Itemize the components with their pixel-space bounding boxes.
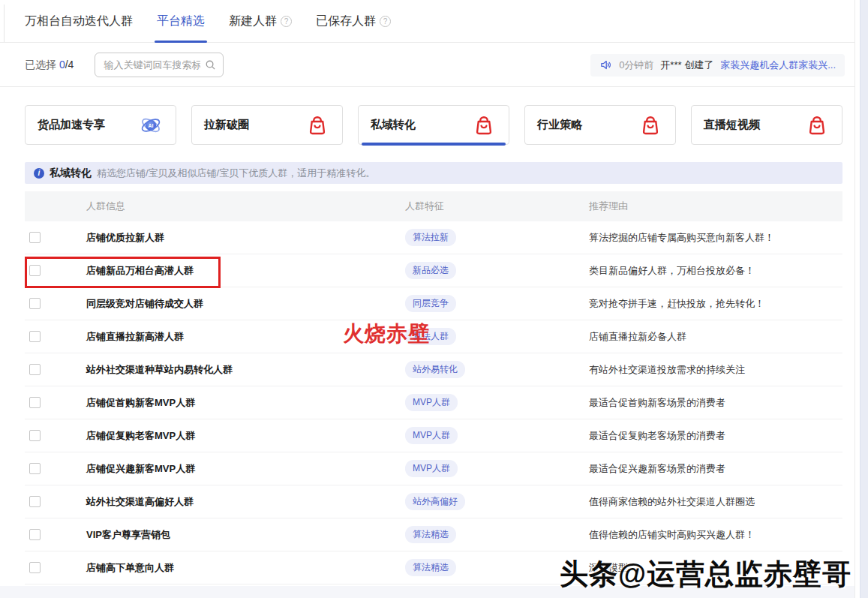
audience-name: 站外社交渠道种草站内易转化人群 [86, 363, 233, 377]
watermark-author-text: 头条@运营总监赤壁哥 [560, 555, 851, 593]
category-label: 货品加速专享 [38, 118, 105, 132]
category-label: 拉新破圈 [204, 118, 249, 132]
help-icon[interactable]: ? [281, 16, 292, 27]
watermark-red-text: 火烧赤壁 [343, 320, 430, 348]
row-checkbox[interactable] [29, 364, 41, 375]
content-right-border [854, 0, 855, 598]
category-card[interactable]: 私域转化 [358, 105, 509, 145]
help-icon[interactable]: ? [380, 16, 391, 27]
audience-name: 同层级竞对店铺待成交人群 [86, 297, 203, 311]
recommend-reason: 最适合促复购老客场景的消费者 [589, 430, 725, 441]
row-checkbox[interactable] [29, 529, 41, 540]
table-row: 同层级竞对店铺待成交人群 同层竞争 竞对抢夺拼手速，赶快投放，抢先转化！ [25, 287, 842, 320]
category-card[interactable]: 货品加速专享 AI [25, 105, 176, 145]
audience-trait-tag: 站外高偏好 [405, 493, 465, 510]
row-checkbox[interactable] [29, 430, 41, 441]
row-checkbox[interactable] [29, 397, 41, 408]
tab-new-audience[interactable]: 新建人群 ? [229, 0, 292, 43]
category-card-row: 货品加速专享 AI 拉新破圈 [25, 105, 842, 145]
audience-name: 店铺新品万相台高潜人群 [86, 264, 194, 278]
audience-name: 店铺促复购老客MVP人群 [86, 429, 195, 443]
banner-description: 精选您店铺/宝贝及相似店铺/宝贝下优质人群，适用于精准转化。 [97, 167, 375, 180]
audience-trait-tag: 新品必选 [405, 262, 456, 279]
audience-name: 店铺促兴趣新客MVP人群 [86, 462, 195, 476]
table-row: 店铺促兴趣新客MVP人群 MVP人群 最适合促兴趣新客场景的消费者 [25, 452, 842, 485]
info-icon: i [34, 168, 44, 179]
category-label: 行业策略 [537, 118, 582, 132]
ai-icon: AI [140, 114, 162, 137]
ticker-audience-link[interactable]: 家装兴趣机会人群家装兴... [720, 59, 836, 72]
scrollbar-track[interactable] [860, 0, 868, 598]
speaker-icon [599, 59, 612, 71]
recommend-reason: 值得商家信赖的站外社交渠道人群圈选 [589, 496, 755, 507]
category-label: 直播短视频 [704, 118, 760, 132]
category-label: 私域转化 [371, 118, 416, 132]
table-row: 店铺优质拉新人群 算法拉新 算法挖掘的店铺专属高购买意向新客人群！ [25, 221, 842, 254]
category-card[interactable]: 拉新破圈 [191, 105, 343, 145]
audience-name: VIP客户尊享营销包 [86, 528, 170, 542]
banner-title: 私域转化 [50, 167, 92, 180]
table-row: 店铺新品万相台高潜人群 新品必选 类目新品偏好人群，万相台投放必备！ [25, 254, 842, 287]
row-checkbox[interactable] [29, 232, 41, 243]
recommend-reason: 有站外社交渠道投放需求的持续关注 [589, 364, 745, 375]
column-header-recommend-reason: 推荐理由 [589, 200, 842, 213]
audience-selection-page: 万相台自动迭代人群 平台精选 新建人群 ? 已保存人群 ? 已选择 0/4 [0, 0, 868, 598]
table-row: 站外社交渠道高偏好人群 站外高偏好 值得商家信赖的站外社交渠道人群圈选 [25, 485, 842, 518]
audience-trait-tag: 站外易转化 [405, 361, 465, 378]
tab-label: 平台精选 [157, 14, 205, 29]
activity-ticker: 0分钟前 开*** 创建了 家装兴趣机会人群家装兴... [590, 54, 845, 77]
audience-trait-tag: 同层竞争 [405, 295, 456, 312]
row-checkbox[interactable] [29, 463, 41, 474]
selected-counter: 已选择 0/4 [25, 59, 74, 72]
audience-name: 店铺直播拉新高潜人群 [86, 330, 184, 344]
table-row: 店铺促复购老客MVP人群 MVP人群 最适合促复购老客场景的消费者 [25, 419, 842, 452]
table-row: 店铺促首购新客MVP人群 MVP人群 最适合促首购新客场景的消费者 [25, 386, 842, 419]
tab-wanxiangtai-auto-audience[interactable]: 万相台自动迭代人群 [25, 0, 133, 43]
tab-label: 已保存人群 [316, 14, 376, 29]
table-row: VIP客户尊享营销包 算法精选 值得信赖的店铺实时高购买兴趣人群！ [25, 518, 842, 551]
recommend-reason: 最适合促兴趣新客场景的消费者 [589, 463, 725, 474]
category-info-banner: i 私域转化 精选您店铺/宝贝及相似店铺/宝贝下优质人群，适用于精准转化。 [25, 162, 842, 184]
table-row: 店铺直播拉新高潜人群 算法人群 店铺直播拉新必备人群 [25, 320, 842, 353]
category-card[interactable]: 直播短视频 [691, 105, 842, 145]
ticker-time: 0分钟前 [619, 59, 653, 72]
category-card[interactable]: 行业策略 [524, 105, 676, 145]
top-tab-bar: 万相台自动迭代人群 平台精选 新建人群 ? 已保存人群 ? [0, 0, 854, 43]
selected-count-value: 0 [59, 59, 65, 71]
row-checkbox[interactable] [29, 496, 41, 507]
shopping-bag-icon [473, 114, 495, 137]
recommend-reason: 竞对抢夺拼手速，赶快投放，抢先转化！ [589, 298, 764, 309]
audience-trait-tag: MVP人群 [405, 394, 458, 411]
recommend-reason: 最适合促首购新客场景的消费者 [589, 397, 725, 408]
table-header: 人群信息 人群特征 推荐理由 [25, 191, 842, 221]
audience-trait-tag: MVP人群 [405, 427, 458, 444]
audience-name: 店铺高下单意向人群 [86, 561, 174, 575]
audience-trait-tag: MVP人群 [405, 460, 458, 477]
search-input[interactable] [104, 59, 200, 71]
audience-table: 人群信息 人群特征 推荐理由 店铺优质拉新人群 算法拉新 算法挖掘的店铺专属高购… [25, 191, 842, 584]
row-checkbox[interactable] [29, 331, 41, 342]
table-row: 站外社交渠道种草站内易转化人群 站外易转化 有站外社交渠道投放需求的持续关注 [25, 353, 842, 386]
row-checkbox[interactable] [29, 265, 41, 276]
audience-name: 店铺促首购新客MVP人群 [86, 396, 195, 410]
table-body: 店铺优质拉新人群 算法拉新 算法挖掘的店铺专属高购买意向新客人群！ 店铺新品万相… [25, 221, 842, 584]
column-header-audience-info: 人群信息 [25, 200, 405, 213]
filter-bar: 已选择 0/4 0分钟前 开*** 创建了 家装兴趣机会人群家装兴... [0, 44, 854, 87]
row-checkbox[interactable] [29, 298, 41, 309]
column-header-audience-trait: 人群特征 [405, 200, 589, 213]
svg-text:AI: AI [149, 122, 154, 128]
search-icon [205, 59, 216, 71]
shopping-bag-icon [806, 114, 828, 137]
row-checkbox[interactable] [29, 562, 41, 573]
audience-name: 站外社交渠道高偏好人群 [86, 495, 194, 509]
shopping-bag-icon [306, 114, 329, 137]
tag-search-box[interactable] [95, 53, 224, 77]
recommend-reason: 类目新品偏好人群，万相台投放必备！ [589, 265, 755, 276]
recommend-reason: 算法挖掘的店铺专属高购买意向新客人群！ [589, 232, 774, 243]
tab-saved-audience[interactable]: 已保存人群 ? [316, 0, 391, 43]
audience-name: 店铺优质拉新人群 [86, 231, 164, 245]
tab-platform-featured[interactable]: 平台精选 [157, 0, 205, 43]
tab-label: 万相台自动迭代人群 [25, 14, 133, 29]
selected-total-value: /4 [65, 59, 74, 71]
audience-trait-tag: 算法精选 [405, 559, 456, 576]
